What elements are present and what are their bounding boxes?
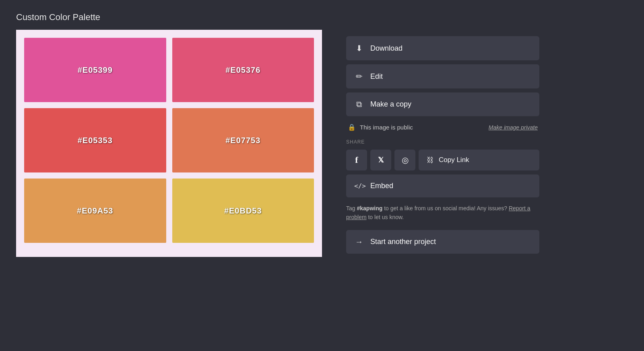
start-project-label: Start another project — [370, 238, 436, 246]
color-swatch-2: #E05353 — [24, 108, 166, 172]
color-swatch-0: #E05399 — [24, 38, 166, 102]
download-label: Download — [370, 44, 402, 53]
color-swatch-4: #E09A53 — [24, 179, 166, 243]
download-button[interactable]: ⬇ Download — [346, 36, 539, 60]
copy-icon: ⧉ — [354, 100, 364, 109]
color-swatch-3: #E07753 — [172, 108, 314, 172]
privacy-row: 🔒 This image is public Make image privat… — [346, 120, 539, 134]
swatch-label-0: #E05399 — [78, 66, 113, 75]
share-row: f 𝕏 ◎ ⛓ Copy Link — [346, 150, 539, 170]
start-project-button[interactable]: → Start another project — [346, 230, 539, 254]
instagram-icon: ◎ — [402, 155, 409, 165]
make-copy-button[interactable]: ⧉ Make a copy — [346, 92, 539, 116]
facebook-button[interactable]: f — [346, 150, 367, 170]
embed-icon: </> — [354, 182, 364, 190]
swatch-label-5: #E0BD53 — [224, 206, 262, 216]
edit-button[interactable]: ✏ Edit — [346, 64, 539, 88]
right-panel: ⬇ Download ✏ Edit ⧉ Make a copy 🔒 This i… — [346, 12, 539, 254]
lock-icon: 🔒 — [348, 123, 356, 131]
share-label: SHARE — [346, 138, 539, 146]
arrow-icon: → — [354, 237, 364, 246]
left-panel: Custom Color Palette #E05399#E05376#E053… — [16, 12, 322, 257]
embed-label: Embed — [370, 182, 393, 190]
swatch-label-1: #E05376 — [225, 66, 260, 75]
twitter-button[interactable]: 𝕏 — [370, 150, 391, 170]
download-icon: ⬇ — [354, 43, 364, 53]
edit-label: Edit — [370, 72, 383, 81]
copy-link-button[interactable]: ⛓ Copy Link — [419, 150, 539, 170]
edit-icon: ✏ — [354, 72, 364, 81]
color-swatch-5: #E0BD53 — [172, 179, 314, 243]
embed-button[interactable]: </> Embed — [346, 174, 539, 197]
facebook-icon: f — [355, 155, 358, 165]
make-private-link[interactable]: Make image private — [489, 124, 538, 131]
swatch-label-2: #E05353 — [78, 136, 113, 145]
color-swatch-1: #E05376 — [172, 38, 314, 102]
swatch-label-4: #E09A53 — [77, 206, 113, 216]
palette-container: #E05399#E05376#E05353#E07753#E09A53#E0BD… — [16, 30, 322, 257]
instagram-button[interactable]: ◎ — [394, 150, 415, 170]
make-copy-label: Make a copy — [370, 100, 411, 109]
privacy-text: This image is public — [360, 124, 485, 131]
twitter-icon: 𝕏 — [378, 156, 384, 164]
link-icon: ⛓ — [427, 156, 434, 164]
page-title: Custom Color Palette — [16, 12, 322, 23]
swatch-label-3: #E07753 — [225, 136, 260, 145]
tag-description: Tag #kapwing to get a like from us on so… — [346, 201, 539, 224]
hashtag: #kapwing — [357, 205, 382, 211]
copy-link-label: Copy Link — [439, 156, 469, 164]
